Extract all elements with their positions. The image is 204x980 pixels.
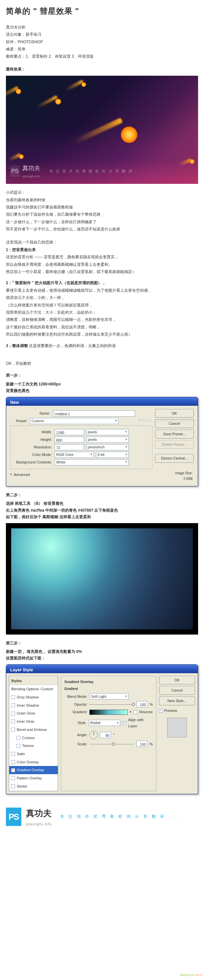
- style-select[interactable]: Radial: [89, 720, 120, 726]
- watermark: PS 真功夫 pskungfu.info 专 注 国 外 优 秀 教 程 的 分…: [10, 163, 145, 179]
- list-item-color-overlay[interactable]: Color Overlay: [9, 758, 58, 766]
- footer-url: pskungfu.info: [26, 822, 51, 826]
- think-line: 清晰度，目标物体清晰，周围可以模糊一点，光影的变化等等，: [6, 316, 198, 323]
- delete-preset-button: Delete Preset...: [155, 440, 194, 449]
- wm-badge: PS: [10, 165, 20, 177]
- list-item-drop-shadow[interactable]: Drop Shadow: [9, 693, 58, 702]
- list-item-gradient-overlay[interactable]: ✓Gradient Overlay: [9, 766, 58, 774]
- list-item-bevel[interactable]: Bevel and Emboss: [9, 725, 58, 734]
- style-label: Style:: [64, 720, 87, 726]
- percent-label: %: [149, 702, 153, 708]
- step2-result-image: [6, 523, 198, 635]
- think-step2-h: 2：" 彗星制作 " 把火焰图片导入（也就是所谓的抠图），: [6, 280, 106, 285]
- scale-slider[interactable]: [89, 742, 134, 746]
- think-line: 这个最好自己系统的看看资料，我也说不清楚，明晰，: [6, 324, 198, 330]
- footer-tagline: 专 注 国 外 优 秀 教 程 的 分 享 翻 译 . . .: [60, 813, 182, 820]
- meta-line: 适合对象：新手练习: [6, 31, 198, 38]
- list-item-satin[interactable]: Satin: [9, 750, 58, 758]
- new-style-button[interactable]: New Style...: [159, 697, 195, 705]
- list-item-outer-glow[interactable]: Outer Glow: [9, 709, 58, 718]
- angle-label: Angle:: [64, 732, 87, 738]
- think-line: 这是很重要的一步，色调的和谐，元素之间的和谐: [29, 344, 116, 348]
- step2-line: 如下图，画好后加个 高斯模糊 这样看上去更柔和: [6, 514, 198, 520]
- name-input[interactable]: Untitled-1: [53, 410, 135, 417]
- final-effect-label: 最终效果：: [6, 66, 198, 72]
- step2-h: 第二步：: [6, 492, 198, 498]
- name-label: Name:: [10, 410, 53, 417]
- list-item-inner-glow[interactable]: Inner Glow: [9, 718, 58, 725]
- think-line: 就添加几个火焰，小的，大一样，: [6, 294, 198, 301]
- tip-line: 我们要先分析下该如何去做，自己脑海要有个整体思路: [6, 211, 198, 218]
- footer-brand: 真功夫: [26, 808, 51, 818]
- list-item-texture[interactable]: Texture: [9, 742, 58, 750]
- blendmode-label: Blend Mode:: [64, 694, 87, 700]
- list-item-pattern-overlay[interactable]: Pattern Overlay: [9, 774, 58, 782]
- step1-h: 第一步：: [6, 372, 198, 379]
- align-label: Align with Layer: [128, 717, 153, 729]
- resolution-input[interactable]: 72: [55, 444, 84, 450]
- colormode-select[interactable]: RGB Color: [55, 452, 94, 458]
- height-input[interactable]: 800: [55, 437, 84, 443]
- step1-a: 新建一个工作文档 1280×800px: [6, 381, 198, 387]
- tip-line: 当看到最终效果的时候: [6, 197, 198, 203]
- list-item-blending[interactable]: Blending Options: Custom: [9, 685, 58, 693]
- think-line: 这里的背景分析 —— 背景是夜空，颜色要若隐若现就会更真实，: [6, 254, 198, 260]
- step2-line: 右上角亮青色 #acffea 中间深一些的青色 #407887 左下角暗蓝色: [6, 507, 198, 514]
- width-unit-select[interactable]: pixels: [86, 429, 129, 435]
- angle-input[interactable]: 90: [100, 732, 111, 738]
- percent-label: %: [149, 741, 153, 747]
- ok-button[interactable]: OK: [159, 676, 195, 685]
- blendmode-select[interactable]: Soft Light: [89, 693, 129, 700]
- ok-button[interactable]: OK: [155, 409, 194, 418]
- height-label: Height:: [12, 437, 55, 443]
- final-effect-image: PS 真功夫 pskungfu.info 专 注 国 外 优 秀 教 程 的 分…: [6, 76, 198, 184]
- device-central-button[interactable]: Device Central...: [155, 454, 194, 463]
- preview-label: Preview: [164, 708, 177, 714]
- tip-line: 我建议学习的朋友们不要急着跟教程做: [6, 204, 198, 210]
- angle-dial[interactable]: [89, 730, 98, 739]
- scale-label: Scale:: [64, 741, 87, 747]
- height-unit-select[interactable]: pixels: [86, 437, 129, 443]
- resolution-unit-select[interactable]: pixels/inch: [86, 444, 129, 450]
- list-item-stroke[interactable]: Stroke: [9, 782, 58, 791]
- bgcontents-select[interactable]: White: [55, 459, 129, 465]
- think-line: 要使它看上去更有动感，使用动感模糊滤镜就可以，为了使图片看上去更有空间感，: [6, 287, 198, 294]
- dialog-title-bar: Layer Style: [6, 665, 198, 673]
- thinking-block: 这里我说一个我自己的思路： 1：把背景做出来 这里的背景分析 —— 背景是夜空，…: [6, 239, 198, 349]
- cancel-button[interactable]: Cancel: [159, 686, 195, 695]
- step1-b: 背景颜色黑色: [6, 387, 198, 394]
- advanced-twisty-icon[interactable]: ¥: [10, 472, 12, 477]
- footer: PS 真功夫 pskungfu.info 专 注 国 外 优 秀 教 程 的 分…: [6, 804, 198, 832]
- preset-select[interactable]: Custom: [30, 418, 119, 424]
- step3-line: 设置图层样式如下图：: [6, 655, 198, 662]
- advanced-label[interactable]: Advanced: [14, 472, 30, 478]
- save-preset-button[interactable]: Save Preset...: [155, 430, 194, 439]
- style-list: Styles Blending Options: Custom Drop Sha…: [9, 676, 58, 792]
- align-checkbox[interactable]: ✓: [122, 721, 126, 725]
- scale-input[interactable]: 150: [137, 741, 148, 747]
- preset-label: Preset:: [10, 418, 30, 424]
- opacity-slider[interactable]: [89, 702, 134, 706]
- reverse-checkbox[interactable]: [133, 710, 137, 714]
- list-item-inner-shadow[interactable]: Inner Shadow: [9, 702, 58, 710]
- reverse-label: Reverse: [139, 709, 153, 715]
- degree-label: °: [113, 732, 114, 738]
- width-label: Width:: [12, 429, 55, 435]
- think-step1-h: 1：把背景做出来: [6, 247, 198, 253]
- gradient-overlay-panel: Gradient Overlay Gradient Blend Mode: So…: [61, 676, 156, 792]
- think-line: 所以我们做图的时候要注意到这些东西设置，这样做出来至少不那么假）: [6, 331, 198, 337]
- image-size-label: Image Size:: [175, 471, 193, 475]
- opacity-label: Opacity:: [64, 702, 87, 708]
- opacity-input[interactable]: 100: [137, 701, 148, 707]
- list-item-contour[interactable]: Contour: [9, 734, 58, 742]
- meta-block: 真功夫分析 适合对象：新手练习 软件：PHOTOSHOP 难度：简单 教程要点：…: [6, 24, 198, 60]
- tip-line: 而不是作者下一步干什么，你也做什么，做完还不知道是什么效果: [6, 226, 198, 232]
- list-item-styles[interactable]: Styles: [9, 677, 58, 685]
- gradient-picker[interactable]: [89, 710, 128, 715]
- think-line: 我简单的说几个方法：大小，近处的大，远处的小；: [6, 309, 198, 316]
- faint-watermark: 网页设计之家 www.node-com.com: [138, 418, 196, 423]
- preview-checkbox[interactable]: ✓: [159, 709, 163, 713]
- width-input[interactable]: 1280: [55, 429, 84, 435]
- resolution-label: Resolution:: [12, 444, 55, 450]
- bitdepth-select[interactable]: 8 bit: [96, 452, 129, 458]
